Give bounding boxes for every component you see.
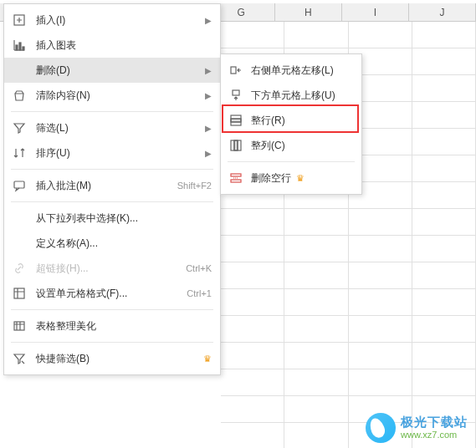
submenu-arrow-icon: ▶ bbox=[205, 66, 212, 75]
quick-filter-icon bbox=[11, 350, 28, 367]
delete-blank-icon bbox=[228, 170, 244, 186]
menu-insert-label: 插入(I) bbox=[36, 13, 198, 28]
svg-rect-6 bbox=[14, 322, 24, 330]
sort-icon bbox=[11, 145, 28, 161]
chart-icon bbox=[11, 37, 28, 53]
menu-shortcut: Shift+F2 bbox=[177, 181, 212, 191]
sub-delete-blank-label: 删除空行 bbox=[251, 171, 291, 186]
menu-insert-comment[interactable]: 插入批注(M) Shift+F2 bbox=[4, 173, 220, 198]
crown-icon: ♛ bbox=[296, 173, 305, 184]
sub-shift-left[interactable]: 右侧单元格左移(L) bbox=[221, 58, 361, 83]
svg-rect-7 bbox=[231, 67, 236, 74]
svg-rect-3 bbox=[23, 47, 24, 50]
menu-separator bbox=[11, 309, 213, 310]
menu-filter[interactable]: 筛选(L) ▶ bbox=[4, 115, 220, 140]
sub-delete-blank[interactable]: 删除空行 ♛ bbox=[221, 165, 361, 191]
col-header-h[interactable]: H bbox=[275, 3, 342, 21]
menu-beautify-label: 表格整理美化 bbox=[36, 319, 212, 333]
blank-icon bbox=[11, 235, 28, 252]
crown-icon: ♛ bbox=[203, 354, 212, 364]
svg-rect-8 bbox=[233, 90, 239, 95]
svg-rect-1 bbox=[16, 45, 18, 50]
menu-select-from-list[interactable]: 从下拉列表中选择(K)... bbox=[4, 206, 220, 231]
svg-rect-11 bbox=[234, 140, 238, 150]
sub-shift-left-label: 右侧单元格左移(L) bbox=[251, 64, 334, 78]
beautify-icon bbox=[11, 318, 28, 334]
hyperlink-icon bbox=[11, 260, 28, 277]
context-menu: 插入(I) ▶ 插入图表 删除(D) ▶ 清除内容(N) ▶ 筛选(L) ▶ 排… bbox=[3, 3, 221, 375]
menu-insert[interactable]: 插入(I) ▶ bbox=[4, 8, 220, 33]
menu-separator bbox=[11, 169, 213, 170]
column-icon bbox=[228, 137, 244, 154]
sub-entire-col[interactable]: 整列(C) bbox=[221, 133, 361, 158]
menu-delete-label: 删除(D) bbox=[36, 64, 198, 78]
submenu-arrow-icon: ▶ bbox=[205, 149, 212, 158]
menu-filter-label: 筛选(L) bbox=[36, 121, 198, 135]
menu-shortcut: Ctrl+1 bbox=[187, 288, 212, 298]
filter-icon bbox=[11, 120, 28, 136]
menu-insert-comment-label: 插入批注(M) bbox=[36, 179, 171, 193]
clear-icon bbox=[11, 87, 28, 104]
blank-icon bbox=[11, 62, 28, 79]
menu-separator bbox=[11, 111, 213, 112]
sub-entire-row-label: 整行(R) bbox=[251, 114, 285, 128]
col-header-j[interactable]: J bbox=[409, 3, 476, 21]
menu-define-name-label: 定义名称(A)... bbox=[36, 237, 212, 251]
watermark-title: 极光下载站 bbox=[401, 415, 468, 430]
menu-sort[interactable]: 排序(U) ▶ bbox=[4, 140, 220, 165]
watermark-logo-icon bbox=[366, 413, 396, 443]
menu-hyperlink-label: 超链接(H)... bbox=[36, 262, 179, 276]
menu-select-from-list-label: 从下拉列表中选择(K)... bbox=[36, 211, 212, 226]
shift-left-icon bbox=[228, 62, 244, 79]
menu-format-cells-label: 设置单元格格式(F)... bbox=[36, 287, 180, 301]
submenu-arrow-icon: ▶ bbox=[205, 124, 212, 133]
delete-submenu: 右侧单元格左移(L) 下方单元格上移(U) 整行(R) 整列(C) 删除空行 ♛ bbox=[220, 53, 362, 195]
menu-clear-label: 清除内容(N) bbox=[36, 89, 198, 103]
shift-up-icon bbox=[228, 87, 244, 104]
row-icon bbox=[228, 112, 244, 129]
submenu-arrow-icon: ▶ bbox=[205, 91, 212, 100]
sub-shift-up-label: 下方单元格上移(U) bbox=[251, 89, 335, 103]
svg-rect-9 bbox=[231, 119, 241, 122]
menu-beautify[interactable]: 表格整理美化 bbox=[4, 313, 220, 339]
sub-entire-col-label: 整列(C) bbox=[251, 139, 285, 153]
submenu-arrow-icon: ▶ bbox=[205, 16, 212, 25]
format-cells-icon bbox=[11, 285, 28, 302]
menu-separator bbox=[11, 201, 213, 202]
menu-quick-filter-label: 快捷筛选(B) bbox=[36, 352, 198, 366]
blank-icon bbox=[11, 210, 28, 227]
watermark: 极光下载站 www.xz7.com bbox=[366, 413, 468, 443]
menu-insert-chart-label: 插入图表 bbox=[36, 38, 212, 53]
svg-rect-2 bbox=[19, 43, 21, 50]
menu-separator bbox=[228, 161, 355, 162]
sub-shift-up[interactable]: 下方单元格上移(U) bbox=[221, 83, 361, 108]
svg-rect-5 bbox=[14, 288, 24, 298]
watermark-url: www.xz7.com bbox=[401, 430, 468, 440]
col-header-i[interactable]: I bbox=[342, 3, 409, 21]
menu-sort-label: 排序(U) bbox=[36, 146, 198, 160]
menu-separator bbox=[11, 342, 213, 343]
insert-cells-icon bbox=[11, 12, 28, 28]
sub-entire-row[interactable]: 整行(R) bbox=[221, 108, 361, 133]
menu-define-name[interactable]: 定义名称(A)... bbox=[4, 231, 220, 256]
svg-rect-14 bbox=[231, 180, 241, 182]
menu-shortcut: Ctrl+K bbox=[186, 263, 212, 273]
menu-hyperlink[interactable]: 超链接(H)... Ctrl+K bbox=[4, 256, 220, 281]
comment-icon bbox=[11, 177, 28, 194]
menu-insert-chart[interactable]: 插入图表 bbox=[4, 33, 220, 58]
menu-quick-filter[interactable]: 快捷筛选(B) ♛ bbox=[4, 346, 220, 371]
menu-clear[interactable]: 清除内容(N) ▶ bbox=[4, 83, 220, 108]
menu-format-cells[interactable]: 设置单元格格式(F)... Ctrl+1 bbox=[4, 281, 220, 306]
menu-delete[interactable]: 删除(D) ▶ bbox=[4, 58, 220, 83]
svg-rect-4 bbox=[14, 181, 24, 188]
svg-rect-13 bbox=[231, 174, 241, 176]
